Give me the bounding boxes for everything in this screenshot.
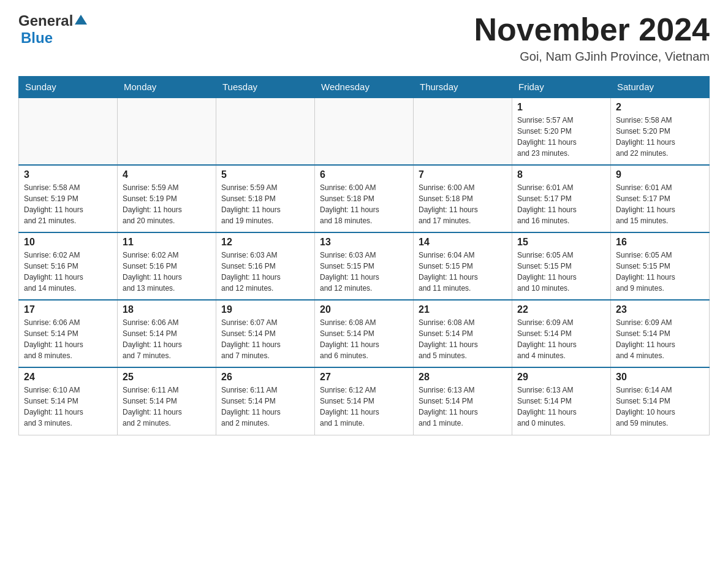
day-number: 26 <box>221 372 309 383</box>
day-info: Sunrise: 5:57 AM Sunset: 5:20 PM Dayligh… <box>517 115 605 159</box>
table-row: 9Sunrise: 6:01 AM Sunset: 5:17 PM Daylig… <box>611 165 710 232</box>
table-row: 2Sunrise: 5:58 AM Sunset: 5:20 PM Daylig… <box>611 98 710 165</box>
table-row <box>216 98 315 165</box>
table-row: 25Sunrise: 6:11 AM Sunset: 5:14 PM Dayli… <box>118 367 216 435</box>
day-info: Sunrise: 6:13 AM Sunset: 5:14 PM Dayligh… <box>419 385 507 429</box>
day-info: Sunrise: 6:13 AM Sunset: 5:14 PM Dayligh… <box>517 385 605 429</box>
table-row: 1Sunrise: 5:57 AM Sunset: 5:20 PM Daylig… <box>512 98 611 165</box>
table-row: 27Sunrise: 6:12 AM Sunset: 5:14 PM Dayli… <box>315 367 414 435</box>
day-number: 23 <box>616 304 704 315</box>
table-row: 29Sunrise: 6:13 AM Sunset: 5:14 PM Dayli… <box>512 367 611 435</box>
logo: General Blue <box>18 12 87 47</box>
day-info: Sunrise: 6:01 AM Sunset: 5:17 PM Dayligh… <box>616 182 704 226</box>
day-info: Sunrise: 6:12 AM Sunset: 5:14 PM Dayligh… <box>320 385 408 429</box>
table-row: 15Sunrise: 6:05 AM Sunset: 5:15 PM Dayli… <box>512 232 611 300</box>
day-number: 21 <box>419 304 507 315</box>
table-row: 24Sunrise: 6:10 AM Sunset: 5:14 PM Dayli… <box>19 367 118 435</box>
day-number: 11 <box>123 237 211 248</box>
day-number: 29 <box>517 372 605 383</box>
day-info: Sunrise: 6:09 AM Sunset: 5:14 PM Dayligh… <box>517 317 605 361</box>
table-row: 8Sunrise: 6:01 AM Sunset: 5:17 PM Daylig… <box>512 165 611 232</box>
day-info: Sunrise: 6:05 AM Sunset: 5:15 PM Dayligh… <box>517 250 605 294</box>
table-row: 4Sunrise: 5:59 AM Sunset: 5:19 PM Daylig… <box>118 165 216 232</box>
logo-general-text: General <box>18 12 73 29</box>
day-info: Sunrise: 6:14 AM Sunset: 5:14 PM Dayligh… <box>616 385 704 429</box>
calendar-table: Sunday Monday Tuesday Wednesday Thursday… <box>18 76 710 435</box>
day-info: Sunrise: 6:03 AM Sunset: 5:16 PM Dayligh… <box>221 250 309 294</box>
day-number: 15 <box>517 237 605 248</box>
logo-blue-text: Blue <box>21 29 53 46</box>
day-number: 30 <box>616 372 704 383</box>
table-row: 16Sunrise: 6:05 AM Sunset: 5:15 PM Dayli… <box>611 232 710 300</box>
table-row: 14Sunrise: 6:04 AM Sunset: 5:15 PM Dayli… <box>414 232 512 300</box>
day-info: Sunrise: 6:01 AM Sunset: 5:17 PM Dayligh… <box>517 182 605 226</box>
table-row: 18Sunrise: 6:06 AM Sunset: 5:14 PM Dayli… <box>118 300 216 367</box>
table-row: 11Sunrise: 6:02 AM Sunset: 5:16 PM Dayli… <box>118 232 216 300</box>
table-row: 19Sunrise: 6:07 AM Sunset: 5:14 PM Dayli… <box>216 300 315 367</box>
day-number: 7 <box>419 169 507 180</box>
col-monday: Monday <box>118 77 216 98</box>
svg-marker-0 <box>75 15 87 25</box>
day-info: Sunrise: 6:08 AM Sunset: 5:14 PM Dayligh… <box>320 317 408 361</box>
day-info: Sunrise: 5:59 AM Sunset: 5:19 PM Dayligh… <box>123 182 211 226</box>
table-row: 22Sunrise: 6:09 AM Sunset: 5:14 PM Dayli… <box>512 300 611 367</box>
day-info: Sunrise: 6:02 AM Sunset: 5:16 PM Dayligh… <box>24 250 112 294</box>
day-number: 10 <box>24 237 112 248</box>
table-row: 21Sunrise: 6:08 AM Sunset: 5:14 PM Dayli… <box>414 300 512 367</box>
col-saturday: Saturday <box>611 77 710 98</box>
day-number: 13 <box>320 237 408 248</box>
table-row: 17Sunrise: 6:06 AM Sunset: 5:14 PM Dayli… <box>19 300 118 367</box>
day-number: 12 <box>221 237 309 248</box>
day-info: Sunrise: 6:05 AM Sunset: 5:15 PM Dayligh… <box>616 250 704 294</box>
day-info: Sunrise: 6:11 AM Sunset: 5:14 PM Dayligh… <box>221 385 309 429</box>
table-row <box>414 98 512 165</box>
table-row: 28Sunrise: 6:13 AM Sunset: 5:14 PM Dayli… <box>414 367 512 435</box>
day-info: Sunrise: 6:06 AM Sunset: 5:14 PM Dayligh… <box>123 317 211 361</box>
day-info: Sunrise: 5:59 AM Sunset: 5:18 PM Dayligh… <box>221 182 309 226</box>
calendar-week-row: 24Sunrise: 6:10 AM Sunset: 5:14 PM Dayli… <box>19 367 710 435</box>
table-row: 23Sunrise: 6:09 AM Sunset: 5:14 PM Dayli… <box>611 300 710 367</box>
day-info: Sunrise: 6:10 AM Sunset: 5:14 PM Dayligh… <box>24 385 112 429</box>
day-number: 17 <box>24 304 112 315</box>
day-number: 20 <box>320 304 408 315</box>
day-info: Sunrise: 6:11 AM Sunset: 5:14 PM Dayligh… <box>123 385 211 429</box>
month-title: November 2024 <box>474 12 710 47</box>
day-info: Sunrise: 6:07 AM Sunset: 5:14 PM Dayligh… <box>221 317 309 361</box>
day-number: 19 <box>221 304 309 315</box>
day-number: 4 <box>123 169 211 180</box>
day-info: Sunrise: 6:06 AM Sunset: 5:14 PM Dayligh… <box>24 317 112 361</box>
calendar-week-row: 3Sunrise: 5:58 AM Sunset: 5:19 PM Daylig… <box>19 165 710 232</box>
day-info: Sunrise: 6:02 AM Sunset: 5:16 PM Dayligh… <box>123 250 211 294</box>
day-number: 1 <box>517 102 605 113</box>
table-row: 3Sunrise: 5:58 AM Sunset: 5:19 PM Daylig… <box>19 165 118 232</box>
title-block: November 2024 Goi, Nam GJinh Province, V… <box>474 12 710 64</box>
table-row: 30Sunrise: 6:14 AM Sunset: 5:14 PM Dayli… <box>611 367 710 435</box>
calendar-week-row: 17Sunrise: 6:06 AM Sunset: 5:14 PM Dayli… <box>19 300 710 367</box>
calendar-header-row: Sunday Monday Tuesday Wednesday Thursday… <box>19 77 710 98</box>
col-friday: Friday <box>512 77 611 98</box>
table-row: 20Sunrise: 6:08 AM Sunset: 5:14 PM Dayli… <box>315 300 414 367</box>
calendar-week-row: 1Sunrise: 5:57 AM Sunset: 5:20 PM Daylig… <box>19 98 710 165</box>
day-info: Sunrise: 6:00 AM Sunset: 5:18 PM Dayligh… <box>419 182 507 226</box>
day-number: 14 <box>419 237 507 248</box>
day-number: 8 <box>517 169 605 180</box>
day-info: Sunrise: 5:58 AM Sunset: 5:20 PM Dayligh… <box>616 115 704 159</box>
day-info: Sunrise: 6:04 AM Sunset: 5:15 PM Dayligh… <box>419 250 507 294</box>
day-number: 5 <box>221 169 309 180</box>
page-header: General Blue November 2024 Goi, Nam GJin… <box>18 12 710 64</box>
day-number: 6 <box>320 169 408 180</box>
day-number: 2 <box>616 102 704 113</box>
day-info: Sunrise: 6:00 AM Sunset: 5:18 PM Dayligh… <box>320 182 408 226</box>
day-number: 16 <box>616 237 704 248</box>
logo-triangle-icon <box>75 13 87 26</box>
day-info: Sunrise: 5:58 AM Sunset: 5:19 PM Dayligh… <box>24 182 112 226</box>
day-info: Sunrise: 6:08 AM Sunset: 5:14 PM Dayligh… <box>419 317 507 361</box>
location-subtitle: Goi, Nam GJinh Province, Vietnam <box>474 50 710 64</box>
col-thursday: Thursday <box>414 77 512 98</box>
table-row: 10Sunrise: 6:02 AM Sunset: 5:16 PM Dayli… <box>19 232 118 300</box>
col-sunday: Sunday <box>19 77 118 98</box>
col-tuesday: Tuesday <box>216 77 315 98</box>
day-number: 22 <box>517 304 605 315</box>
table-row: 5Sunrise: 5:59 AM Sunset: 5:18 PM Daylig… <box>216 165 315 232</box>
day-number: 3 <box>24 169 112 180</box>
